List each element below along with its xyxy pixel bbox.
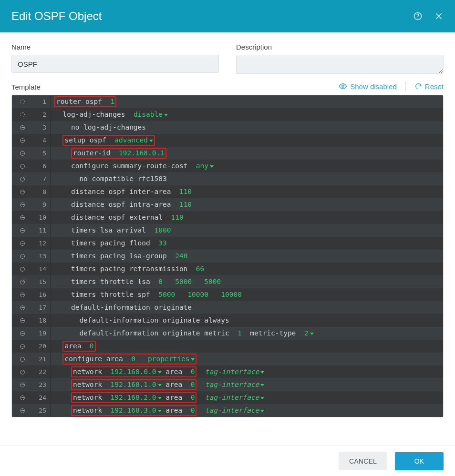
highlighted-config[interactable]: network 192.168.2.0 area 0 [71,392,196,403]
highlighted-config[interactable]: setup ospf advanced [62,135,155,146]
tag-interface-dropdown[interactable]: tag-interface [205,391,265,404]
code-line[interactable]: 13 timers pacing lsa-group 240 [12,250,443,263]
code-line[interactable]: 19 default-information originate metric … [12,327,443,340]
code-line[interactable]: 14 timers pacing retransmission 66 [12,263,443,275]
ok-button[interactable]: OK [395,452,444,470]
fold-toggle[interactable] [12,100,33,104]
highlighted-config[interactable]: network 192.168.0.0 area 0 [71,366,196,377]
code-line[interactable]: 18 default-information originate always [12,314,443,327]
fold-toggle[interactable] [12,254,33,259]
tag-interface-dropdown[interactable]: tag-interface [205,404,265,417]
line-number: 25 [33,404,50,417]
code-line[interactable]: 4 setup ospf advanced [12,134,443,147]
line-number: 5 [33,147,50,160]
line-number: 3 [33,121,50,134]
code-content: timers pacing flood 33 [54,237,443,250]
code-content: timers pacing lsa-group 240 [54,250,443,263]
help-icon[interactable] [413,11,423,21]
code-line[interactable]: 12 timers pacing flood 33 [12,237,443,250]
highlighted-config[interactable]: network 192.168.3.0 area 0 [71,405,196,416]
fold-toggle[interactable] [12,293,33,297]
tag-interface-dropdown[interactable]: tag-interface [205,378,265,391]
cancel-button[interactable]: CANCEL [339,452,387,470]
code-content: log-adj-changes disable [54,108,443,121]
description-label: Description [236,43,444,51]
fold-toggle[interactable] [12,370,33,375]
fold-toggle[interactable] [12,190,33,194]
line-number: 9 [33,198,50,211]
fold-toggle[interactable] [12,241,33,246]
code-line[interactable]: 3 no log-adj-changes [12,121,443,134]
code-line[interactable]: 10 distance ospf external 110 [12,211,443,224]
code-line[interactable]: 1router ospf 1 [12,95,443,108]
fold-toggle[interactable] [12,331,33,336]
fold-toggle[interactable] [12,215,33,220]
code-line[interactable]: 5 router-id 192.168.0.1 [12,147,443,160]
code-line[interactable]: 6 configure summary-route-cost any [12,160,443,172]
code-content: network 192.168.1.0 area 0 tag-interface [54,378,443,391]
line-number: 15 [33,275,50,288]
fold-toggle[interactable] [12,383,33,387]
form-row: Name Description [0,32,455,79]
fold-toggle[interactable] [12,305,33,310]
fold-toggle[interactable] [12,138,33,143]
fold-toggle[interactable] [12,177,33,182]
highlighted-config[interactable]: router-id 192.168.0.1 [71,148,166,159]
code-content: network 192.168.0.0 area 0 tag-interface [54,365,443,378]
show-disabled-button[interactable]: Show disabled [339,82,397,91]
line-number: 13 [33,250,50,263]
highlighted-config[interactable]: configure area 0 properties [62,354,196,365]
code-line[interactable]: 9 distance ospf intra-area 110 [12,198,443,211]
fold-toggle[interactable] [12,280,33,284]
code-line[interactable]: 24 network 192.168.2.0 area 0 tag-interf… [12,391,443,404]
fold-toggle[interactable] [12,395,33,400]
close-icon[interactable] [434,11,444,21]
code-line[interactable]: 22 network 192.168.0.0 area 0 tag-interf… [12,365,443,378]
code-line[interactable]: 20 area 0 [12,340,443,353]
fold-toggle[interactable] [12,228,33,233]
fold-toggle[interactable] [12,267,33,272]
fold-toggle[interactable] [12,125,33,130]
code-line[interactable]: 8 distance ospf inter-area 110 [12,185,443,198]
code-content: distance ospf external 110 [54,211,443,224]
tag-interface-dropdown[interactable]: tag-interface [205,365,265,378]
show-disabled-label: Show disabled [350,82,397,91]
code-content: default-information originate [54,301,443,314]
template-editor[interactable]: 1router ospf 12 log-adj-changes disable3… [12,95,443,417]
line-number: 14 [33,263,50,275]
code-content: no log-adj-changes [54,121,443,134]
fold-toggle[interactable] [12,112,33,117]
dialog-footer: CANCEL OK [0,446,455,476]
line-number: 24 [33,391,50,404]
code-line[interactable]: 23 network 192.168.1.0 area 0 tag-interf… [12,378,443,391]
fold-toggle[interactable] [12,151,33,156]
code-line[interactable]: 17 default-information originate [12,301,443,314]
fold-toggle[interactable] [12,408,33,413]
dialog-title: Edit OSPF Object [11,10,102,23]
reset-button[interactable]: Reset [414,82,444,91]
fold-toggle[interactable] [12,344,33,349]
fold-toggle[interactable] [12,203,33,207]
highlighted-config[interactable]: router ospf 1 [54,96,116,107]
code-line[interactable]: 7 no compatible rfc1583 [12,172,443,185]
code-line[interactable]: 15 timers throttle lsa 0 5000 5000 [12,275,443,288]
line-number: 21 [33,353,50,365]
line-number: 17 [33,301,50,314]
code-line[interactable]: 11 timers lsa arrival 1000 [12,224,443,237]
eye-icon [339,82,347,91]
highlighted-config[interactable]: network 192.168.1.0 area 0 [71,379,196,390]
description-input[interactable] [236,55,444,74]
fold-toggle[interactable] [12,164,33,169]
fold-toggle[interactable] [12,318,33,323]
code-line[interactable]: 16 timers throttle spf 5000 10000 10000 [12,288,443,301]
highlighted-config[interactable]: area 0 [62,341,95,352]
fold-toggle[interactable] [12,357,33,362]
code-content: distance ospf inter-area 110 [54,185,443,198]
code-content: timers pacing retransmission 66 [54,263,443,275]
code-line[interactable]: 21 configure area 0 properties [12,353,443,365]
name-label: Name [11,43,219,51]
code-line[interactable]: 25 network 192.168.3.0 area 0 tag-interf… [12,404,443,417]
code-line[interactable]: 2 log-adj-changes disable [12,108,443,121]
name-input[interactable] [11,55,219,73]
line-number: 16 [33,288,50,301]
